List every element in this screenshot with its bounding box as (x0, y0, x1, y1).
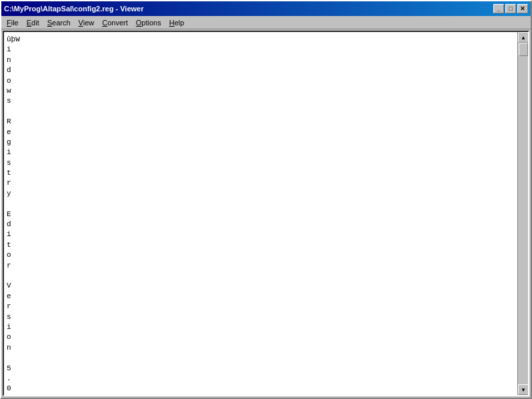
window-title: C:\MyProg\AltapSal\config2.reg - Viewer (4, 5, 143, 13)
menu-bar: File Edit Search View Convert Options He… (1, 16, 531, 29)
title-bar: C:\MyProg\AltapSal\config2.reg - Viewer … (1, 1, 531, 16)
menu-edit[interactable]: Edit (23, 17, 43, 28)
title-bar-controls: _ □ ✕ (493, 4, 528, 13)
content-area: ûþW i n d o w s R e g i s t r y E d i t … (3, 31, 529, 396)
scroll-thumb-vertical[interactable] (519, 43, 528, 56)
maximize-button[interactable]: □ (505, 4, 516, 13)
scroll-down-button[interactable]: ▼ (518, 384, 529, 395)
vertical-scrollbar[interactable]: ▲ ▼ (517, 32, 528, 395)
menu-file[interactable]: File (3, 17, 23, 28)
menu-help[interactable]: Help (165, 17, 189, 28)
menu-search[interactable]: Search (43, 17, 75, 28)
scroll-track-vertical[interactable] (518, 43, 528, 384)
minimize-button[interactable]: _ (493, 4, 504, 13)
menu-convert[interactable]: Convert (98, 17, 132, 28)
menu-options[interactable]: Options (132, 17, 165, 28)
scroll-up-button[interactable]: ▲ (518, 32, 529, 43)
file-content: ûþW i n d o w s R e g i s t r y E d i t … (4, 32, 517, 395)
menu-view[interactable]: View (75, 17, 99, 28)
main-window: C:\MyProg\AltapSal\config2.reg - Viewer … (0, 0, 532, 399)
close-button[interactable]: ✕ (517, 4, 528, 13)
